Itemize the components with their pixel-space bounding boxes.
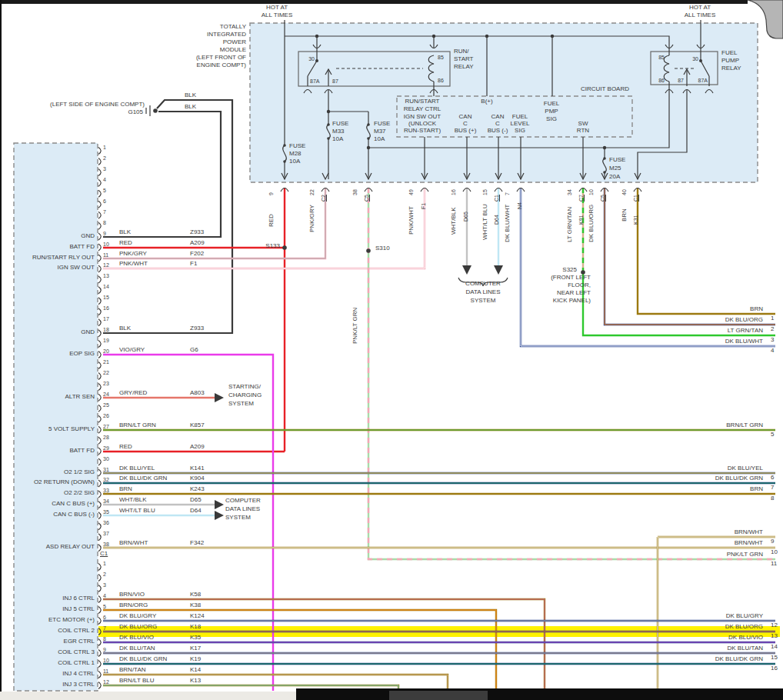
starting-arrow <box>215 393 224 402</box>
pin-clip <box>98 661 101 668</box>
pin-clip <box>98 564 101 571</box>
wire-pnk-wht-stripe <box>103 188 425 268</box>
fuse-m33-2: M33 <box>332 128 345 135</box>
pin-number: 2 <box>103 572 106 577</box>
pin-number: 11 <box>103 668 108 674</box>
taskbar-segment <box>389 691 488 700</box>
exit-1-label: BRN <box>648 305 763 313</box>
cdl-sys-left-1: COMPUTER <box>225 497 261 505</box>
rs-pin-30: 30 <box>292 55 315 63</box>
c2-r4-color: BRN/VIO <box>119 591 145 598</box>
pin-number: 30 <box>103 456 109 462</box>
pin-clip <box>98 458 101 465</box>
pin-number: 13 <box>103 273 109 278</box>
c1-r35-color: WHT/LT BLU <box>119 507 155 515</box>
hot-right-2: ALL TIMES <box>661 12 738 19</box>
c2-r5-color: BRN/ORG <box>119 602 148 609</box>
fuse-m25-1: FUSE <box>609 156 625 164</box>
gnd9-wire <box>103 112 221 237</box>
wire-red <box>103 188 285 452</box>
fp-relay-name-3: RELAY <box>721 65 741 72</box>
pin-clip <box>98 212 101 218</box>
g105-wire2-label: BLK <box>185 103 196 111</box>
fuse-m33-3: 10A <box>332 135 343 143</box>
c1-r18-color: BLK <box>119 325 131 332</box>
hot-right-1: HOT AT <box>661 4 738 12</box>
tipm-pin7-name: DK BLU/WHT <box>504 205 511 242</box>
c1-r27-color: BRN/LT GRN <box>119 422 156 429</box>
pin-number: 23 <box>103 381 109 386</box>
pin-number: 10 <box>103 242 109 247</box>
c2-r11-color: BRN/TAN <box>119 666 146 674</box>
wire-pnk-lt-grn-dash <box>368 188 775 559</box>
g105-label: G105 <box>28 108 143 116</box>
tipm-pin40-conn: C1 <box>632 195 640 202</box>
wire-pnk-wht <box>103 188 425 268</box>
pin-number: 21 <box>103 359 109 365</box>
c1-r24-code: A803 <box>190 389 205 397</box>
fuse-m25-3: 20A <box>609 173 620 181</box>
left-edge <box>0 0 2 692</box>
exit-9-num: 9 <box>771 538 774 545</box>
exit-1-num: 1 <box>771 315 774 322</box>
exit-8-label: BRN <box>648 485 763 493</box>
pin-number: 6 <box>103 615 106 620</box>
pin-number: 25 <box>103 402 109 408</box>
ground-symbol <box>146 105 150 116</box>
exit-15-num: 15 <box>771 654 778 662</box>
pin-clip <box>98 319 101 326</box>
cdl-sys-bottom-3: SYSTEM <box>445 297 521 305</box>
pin-clip <box>98 298 101 305</box>
pin-number: 34 <box>103 498 109 504</box>
exit-2-num: 2 <box>771 325 774 333</box>
cb-relayctrl-2: RELAY CTRL <box>384 105 461 113</box>
c2-r9-signal: COIL CTRL 3 <box>2 648 95 656</box>
starting-sys-1: STARTING/ <box>228 383 261 391</box>
c2-r10-code: K19 <box>190 655 201 663</box>
wire-brn-tan-stripe <box>103 675 448 689</box>
tipm-pin10-num: 10 <box>588 189 595 195</box>
pin-number: 24 <box>103 392 109 397</box>
pin-clip <box>98 639 101 646</box>
tipm-pin40-name: BRN <box>621 208 628 222</box>
c2-r7-color: DK BLU/ORG <box>119 623 157 631</box>
wire-brn-vio-stripe <box>103 599 545 689</box>
pin-number: 26 <box>103 413 109 418</box>
pin-clip <box>98 372 101 379</box>
pin-number: 22 <box>103 370 109 375</box>
c1-r12-signal: IGN SW OUT <box>2 264 95 272</box>
c1-r32-signal: O2 RETURN (DOWN) <box>2 478 95 486</box>
exit-7-num: 7 <box>771 484 774 492</box>
tipm-pin15-name: WHT/LT BLU <box>481 204 489 240</box>
tipm-pin16-num: 16 <box>450 189 458 195</box>
c2-r12-color: BRN/LT BLU <box>119 677 155 685</box>
pin-number: 8 <box>103 636 106 642</box>
pin-number: 9 <box>103 231 106 236</box>
c1-r31-signal: O2 1/2 SIG <box>2 468 95 476</box>
c2-r6-color: DK BLU/GRY <box>119 612 156 620</box>
s310-label: S310 <box>375 245 390 252</box>
pin-clip <box>98 672 101 678</box>
c1-r18-signal: GND <box>2 328 95 336</box>
exit-12-label: DK BLU/GRY <box>648 612 763 620</box>
tipm-pin49-name: PNK/WHT <box>408 206 415 235</box>
wire-dk-blu-org <box>605 188 775 325</box>
pin-number: 4 <box>103 593 106 598</box>
fuse-m33-1: FUSE <box>332 120 348 128</box>
c1-r29-color: RED <box>119 443 132 451</box>
cb-fps-1: FUEL <box>513 100 590 108</box>
pin-clip <box>98 222 101 229</box>
pin-clip <box>98 201 101 208</box>
c1-pin-strip: 1234567891011121314151617181920212223242… <box>98 145 109 552</box>
c2-r5-code: K38 <box>190 602 201 609</box>
pin-clip <box>98 426 101 433</box>
wire-brn-org-stripe <box>103 610 496 689</box>
c1-r10-signal: BATT FD <box>2 243 95 251</box>
g105-wire1-label: BLK <box>185 92 196 99</box>
s133-label: S133 <box>165 242 280 250</box>
pin-number: 38 <box>103 542 109 547</box>
taskbar <box>296 688 783 700</box>
g105-location: (LEFT SIDE OF ENGINE COMPT) <box>29 101 145 108</box>
c1-r35-code: D64 <box>190 507 202 515</box>
pin-clip <box>98 618 101 625</box>
